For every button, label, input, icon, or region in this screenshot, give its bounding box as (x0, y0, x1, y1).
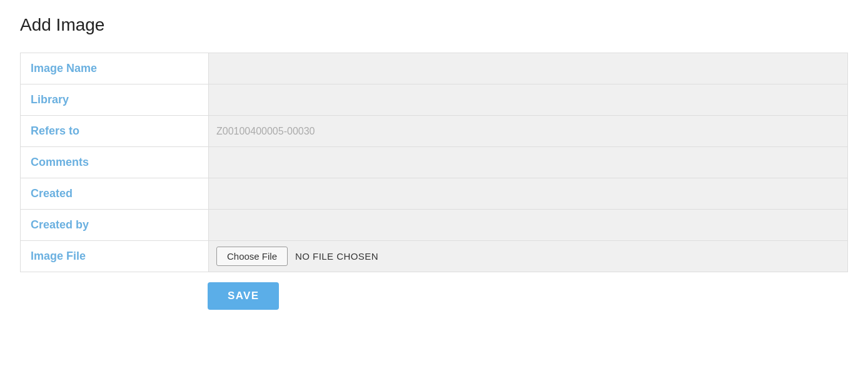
add-image-form: Image Name Library Refers to Comments Cr… (20, 53, 848, 310)
field-refers-to (208, 116, 847, 146)
input-image-name[interactable] (209, 54, 847, 84)
label-image-name: Image Name (21, 53, 208, 84)
label-library: Library (21, 84, 208, 115)
field-created-by (208, 210, 847, 240)
input-comments[interactable] (209, 148, 847, 178)
label-created-by: Created by (21, 210, 208, 240)
save-button[interactable]: SAVE (208, 282, 279, 310)
form-row-refers-to: Refers to (20, 115, 848, 146)
no-file-chosen-label: NO FILE CHOSEN (295, 251, 378, 262)
label-created: Created (21, 178, 208, 209)
form-row-image-file: Image File Choose File NO FILE CHOSEN (20, 240, 848, 272)
form-row-created: Created (20, 178, 848, 209)
form-row-created-by: Created by (20, 209, 848, 240)
field-image-file: Choose File NO FILE CHOSEN (208, 241, 847, 272)
label-image-file: Image File (21, 241, 208, 272)
field-image-name (208, 53, 847, 84)
field-library (208, 84, 847, 115)
input-created-by[interactable] (209, 210, 847, 240)
field-comments (208, 147, 847, 178)
choose-file-button[interactable]: Choose File (216, 247, 288, 266)
label-refers-to: Refers to (21, 116, 208, 146)
input-refers-to[interactable] (209, 116, 847, 146)
input-created[interactable] (209, 179, 847, 209)
input-library[interactable] (209, 85, 847, 115)
field-created (208, 178, 847, 209)
form-row-image-name: Image Name (20, 53, 848, 84)
page-title: Add Image (20, 15, 848, 35)
label-comments: Comments (21, 147, 208, 178)
form-row-library: Library (20, 84, 848, 115)
form-row-comments: Comments (20, 146, 848, 178)
